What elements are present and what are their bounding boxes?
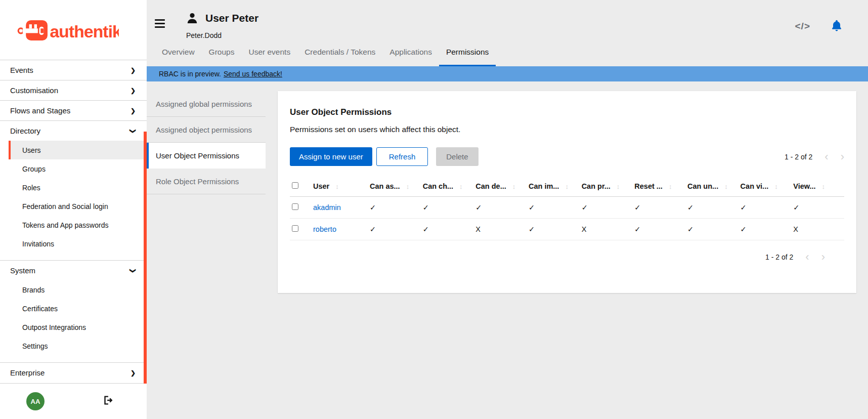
permission-tab-assigned-object-permissions[interactable]: Assigned object permissions [147,117,266,143]
row-checkbox[interactable] [292,225,298,232]
permission-mark: ✓ [632,197,685,219]
sidebar-item-brands[interactable]: Brands [9,280,147,299]
user-link-roberto[interactable]: roberto [313,225,336,233]
previous-page-icon[interactable]: ‹ [824,151,828,162]
permission-mark: ✓ [685,197,739,219]
column-header-can-ch: Can ch...↕ [421,177,474,197]
select-all-checkbox[interactable] [292,182,298,189]
panel-description: Permissions set on users which affect th… [290,125,844,134]
user-icon [186,12,198,24]
sidebar-item-label: Events [10,66,33,74]
tab-applications[interactable]: Applications [382,48,439,66]
user-object-permissions-panel: User Object Permissions Permissions set … [278,91,856,293]
pagination-bottom: 1 - 2 of 2 ‹ › [290,252,844,263]
sort-icon[interactable]: ↕ [406,183,410,190]
banner-text: RBAC is in preview. [159,70,221,78]
feedback-link[interactable]: Send us feedback! [224,70,282,78]
api-code-icon[interactable]: </> [795,21,810,32]
sidebar-item-invitations[interactable]: Invitations [9,234,147,253]
sidebar-item-groups[interactable]: Groups [9,159,147,178]
notification-bell-icon[interactable] [831,19,843,33]
column-label: Reset ... [634,182,663,190]
permissions-table: User↕Can as...↕Can ch...↕Can de...↕Can i… [290,177,844,240]
previous-page-icon[interactable]: ‹ [805,252,809,263]
permission-mark: ✓ [421,219,474,240]
chevron-right-icon: ❯ [131,107,136,114]
sidebar-item-flows-and-stages[interactable]: Flows and Stages❯ [0,100,147,120]
sidebar-item-customisation[interactable]: Customisation❯ [0,80,147,100]
sort-icon[interactable]: ↕ [822,183,826,190]
sort-icon[interactable]: ↕ [774,183,778,190]
delete-button[interactable]: Delete [436,147,478,166]
page-title: User Peter [205,12,258,24]
column-header-user: User↕ [311,177,368,197]
column-label: Can im... [529,182,559,190]
sidebar-item-label: Customisation [10,86,58,95]
sort-icon[interactable]: ↕ [724,183,728,190]
sidebar-item-outpost-integrations[interactable]: Outpost Integrations [9,318,147,337]
sign-out-icon[interactable] [102,395,113,408]
permission-mark: ✓ [632,219,685,240]
chevron-down-icon: ❯ [129,268,137,273]
column-label: Can as... [370,182,400,190]
sidebar-item-events[interactable]: Events❯ [0,60,147,80]
authentik-logo[interactable]: authentik [0,0,147,60]
column-label: Can pr... [582,182,611,190]
tab-bar: OverviewGroupsUser eventsCredentials / T… [155,48,868,66]
svg-text:authentik: authentik [50,22,119,41]
sort-icon[interactable]: ↕ [617,183,620,190]
user-link-akadmin[interactable]: akadmin [313,203,341,212]
permission-mark: ✓ [473,197,527,219]
assign-to-new-user-button[interactable]: Assign to new user [290,147,372,166]
row-checkbox[interactable] [292,203,298,210]
tab-credentials-tokens[interactable]: Credentials / Tokens [297,48,382,66]
sidebar-item-settings[interactable]: Settings [9,337,147,355]
sort-icon[interactable]: ↕ [565,183,569,190]
sidebar-item-enterprise[interactable]: Enterprise❯ [0,362,147,383]
column-header-can-vi: Can vi...↕ [739,177,792,197]
tab-groups[interactable]: Groups [202,48,242,66]
column-label: Can un... [687,182,718,190]
sidebar-scrollbar[interactable] [144,132,147,384]
permission-mark: ✓ [685,219,739,240]
column-label: Can ch... [423,182,453,190]
chevron-down-icon: ❯ [129,128,137,133]
column-label: View... [793,182,815,190]
sidebar-item-directory[interactable]: Directory❯ [0,120,147,141]
rbac-preview-banner: RBAC is in preview. Send us feedback! [147,66,868,81]
next-page-icon[interactable]: › [821,252,825,263]
avatar[interactable]: AA [26,392,45,410]
permission-tab-role-object-permissions[interactable]: Role Object Permissions [147,169,266,194]
permission-mark: ✓ [580,197,633,219]
sidebar-item-federation-and-social-login[interactable]: Federation and Social login [9,197,147,216]
sidebar: authentik Events❯Customisation❯Flows and… [0,0,147,419]
sidebar-item-users[interactable]: Users [9,141,147,159]
permission-tab-assigned-global-permissions[interactable]: Assigned global permissions [147,91,266,117]
column-label: Can vi... [741,182,769,190]
sort-icon[interactable]: ↕ [335,183,339,190]
chevron-right-icon: ❯ [131,369,136,376]
chevron-right-icon: ❯ [131,87,136,94]
tab-user-events[interactable]: User events [241,48,297,66]
sort-icon[interactable]: ↕ [512,183,516,190]
permission-mark: ✓ [421,197,474,219]
pagination-top: 1 - 2 of 2 ‹ › [785,151,844,162]
tab-permissions[interactable]: Permissions [439,48,496,66]
sort-icon[interactable]: ↕ [669,183,672,190]
refresh-button[interactable]: Refresh [376,147,428,166]
sidebar-item-tokens-and-app-passwords[interactable]: Tokens and App passwords [9,216,147,234]
select-all-header [290,177,311,197]
column-label: User [313,182,329,190]
pagination-label: 1 - 2 of 2 [785,153,812,161]
sidebar-item-roles[interactable]: Roles [9,178,147,197]
table-row: roberto✓✓X✓X✓✓✓X [290,219,844,240]
sidebar-item-system[interactable]: System❯ [0,260,147,280]
hamburger-menu-icon[interactable] [155,19,165,39]
tab-overview[interactable]: Overview [155,48,202,66]
page-subtitle: Peter.Dodd [186,31,258,39]
sidebar-item-certificates[interactable]: Certificates [9,299,147,318]
sort-icon[interactable]: ↕ [459,183,463,190]
next-page-icon[interactable]: › [841,151,844,162]
permission-tab-user-object-permissions[interactable]: User Object Permissions [147,143,266,169]
sidebar-user-area: AA [0,383,147,419]
